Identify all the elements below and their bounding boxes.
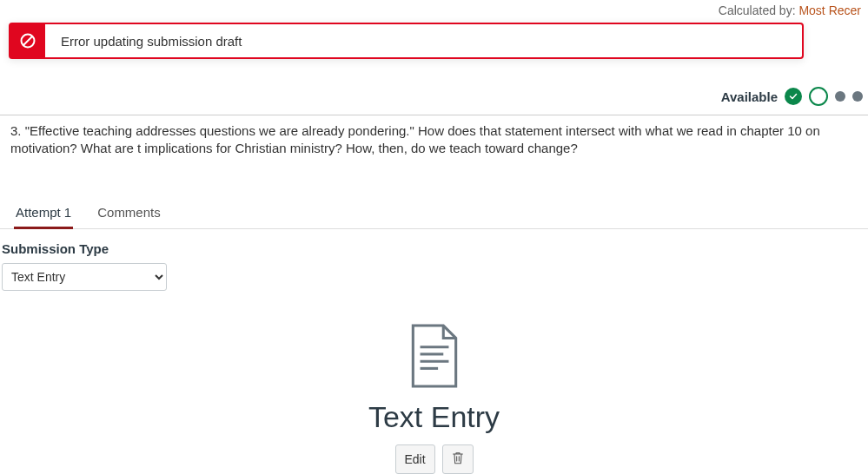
error-alert-message: Error updating submission draft bbox=[45, 24, 802, 57]
svg-line-1 bbox=[23, 36, 32, 45]
delete-button[interactable] bbox=[442, 444, 474, 474]
availability-label: Available bbox=[721, 89, 778, 104]
edit-button[interactable]: Edit bbox=[395, 444, 435, 474]
assignment-instructions: 3. "Effective teaching addresses questio… bbox=[0, 115, 868, 193]
tab-attempt[interactable]: Attempt 1 bbox=[14, 201, 73, 229]
text-entry-block: Text Entry Edit bbox=[0, 291, 868, 474]
trash-icon bbox=[451, 450, 465, 468]
submission-tabs: Attempt 1 Comments bbox=[0, 193, 868, 229]
tab-comments-label: Comments bbox=[97, 205, 161, 220]
text-entry-actions: Edit bbox=[0, 444, 868, 474]
status-dot-pending-1[interactable] bbox=[835, 91, 845, 102]
tab-attempt-label: Attempt 1 bbox=[16, 205, 71, 220]
document-icon bbox=[0, 324, 868, 392]
status-dot-complete[interactable] bbox=[785, 88, 802, 105]
status-dot-current[interactable] bbox=[809, 87, 828, 106]
calculated-by-link[interactable]: Most Recer bbox=[798, 3, 861, 17]
submission-type-label: Submission Type bbox=[2, 241, 868, 256]
error-alert: Error updating submission draft bbox=[9, 23, 804, 59]
tab-comments[interactable]: Comments bbox=[96, 201, 162, 228]
text-entry-title: Text Entry bbox=[0, 400, 868, 434]
no-entry-icon bbox=[10, 24, 45, 57]
status-dot-pending-2[interactable] bbox=[852, 91, 863, 102]
submission-type-section: Submission Type Text Entry bbox=[0, 229, 868, 291]
submission-type-select[interactable]: Text Entry bbox=[2, 263, 167, 291]
instructions-text: 3. "Effective teaching addresses questio… bbox=[10, 123, 820, 155]
calculated-by-label: Calculated by: bbox=[719, 3, 796, 17]
calculated-by-row: Calculated by: Most Recer bbox=[0, 0, 868, 19]
edit-button-label: Edit bbox=[404, 452, 425, 466]
